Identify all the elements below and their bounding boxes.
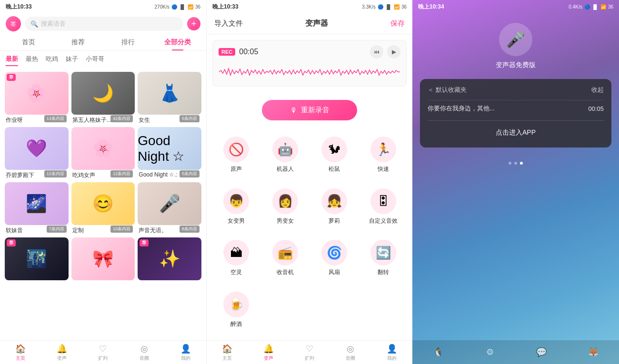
track-row[interactable]: 你要你在我身边，其他... 00:05 (428, 100, 604, 117)
subtab-hot[interactable]: 最热 (26, 55, 38, 66)
status-time-1: 晚上10:33 (6, 3, 32, 11)
effect-original[interactable]: 🚫 原声 (212, 132, 260, 182)
status-bar-1: 晚上10:33 270K/s 🔵 ▐▌ 📶 36 (0, 0, 206, 13)
subtab-sister[interactable]: 妹子 (66, 55, 78, 66)
effect-icon-robot: 🤖 (272, 137, 298, 162)
nav-music-1[interactable]: ◎ 音圈 (124, 344, 165, 362)
battery-label-1: 36 (195, 4, 200, 10)
nav-home-1[interactable]: 🏠 主页 (0, 344, 41, 362)
home-icon-2: 🏠 (222, 344, 232, 354)
nav-profile-1[interactable]: 👤 我的 (165, 344, 206, 362)
list-item[interactable]: 👗 5条内容 女生 (138, 72, 201, 124)
effect-radio[interactable]: 📻 收音机 (261, 235, 309, 285)
profile-icon-1: 👤 (180, 344, 191, 354)
nav-music-2[interactable]: ◎ 音圈 (330, 344, 371, 362)
effect-f2m[interactable]: 👦 女变男 (212, 184, 260, 234)
tab-recommend[interactable]: 推荐 (53, 34, 103, 50)
popup-title-label: 默认收藏夹 (436, 86, 467, 94)
effect-robot[interactable]: 🤖 机器人 (261, 132, 309, 182)
effect-custom[interactable]: 🎛 自定义音效 (359, 184, 407, 234)
nav-home-label-1: 主页 (16, 355, 25, 362)
status-bar-2: 晚上10:33 3.3K/s 🔵 ▐▌ 📶 36 (207, 0, 412, 13)
network-speed-3: 0.4K/s (569, 4, 582, 10)
tab-home[interactable]: 首页 (4, 34, 53, 50)
expand-icon-2: ♡ (306, 344, 313, 354)
import-button[interactable]: 导入文件 (214, 19, 243, 28)
item-count-6: 7条内容 (47, 226, 67, 233)
popup-collapse-button[interactable]: 收起 (591, 86, 604, 94)
nav-expand-label-2: 扩列 (305, 355, 314, 362)
waveform-svg (219, 65, 400, 79)
nav-expand-2[interactable]: ♡ 扩列 (289, 344, 330, 362)
rec-play-btn[interactable]: ▶ (387, 45, 400, 59)
recording-area: REC 00:05 ⏮ ▶ (212, 40, 407, 87)
enter-app-button[interactable]: 点击进入APP (428, 125, 604, 141)
search-input-wrap[interactable]: 🔍 搜索语音 (25, 17, 183, 31)
chat-icon: 💬 (536, 347, 547, 357)
status-icons-1: 270K/s 🔵 ▐▌ 📶 36 (155, 4, 200, 10)
list-item[interactable]: ✨ 荐 (138, 237, 201, 282)
list-item[interactable]: 🌸 12条内容 吃鸡女声 (71, 127, 135, 179)
effect-m2f[interactable]: 👩 男变女 (261, 184, 309, 234)
list-item[interactable]: 💜 12条内容 乔碧萝殿下 (5, 127, 69, 179)
effect-label-11: 翻转 (378, 268, 389, 276)
item-count-1: 42条内容 (110, 115, 133, 122)
effect-icon-original: 🚫 (223, 137, 249, 162)
effect-icon-reverse: 🔄 (370, 240, 396, 266)
list-item[interactable]: 🎀 (71, 237, 135, 282)
effect-loli[interactable]: 👧 萝莉 (310, 184, 358, 234)
effect-icon-f2m: 👦 (223, 188, 249, 214)
nav-wechat-3[interactable]: 💬 (516, 347, 568, 357)
subtab-latest[interactable]: 最新 (6, 55, 18, 66)
save-button[interactable]: 保存 (390, 19, 405, 28)
effect-squirrel[interactable]: 🐿 松鼠 (310, 132, 358, 182)
effect-fast[interactable]: 🏃 快速 (359, 132, 407, 182)
status-icons-2: 3.3K/s 🔵 ▐▌ 📶 36 (362, 4, 407, 10)
grid-row-2: 💜 12条内容 乔碧萝殿下 🌸 12条内容 吃鸡女声 Good Night ☆ … (5, 127, 201, 179)
list-item[interactable]: Good Night ☆ 5条内容 Good Night ☆.: (138, 127, 201, 179)
list-item[interactable]: 🌙 42条内容 第五人格妹子... (71, 72, 135, 124)
mic-icon-btn: 🎙 (290, 106, 297, 114)
list-item[interactable]: 🎤 8条内容 声音无语。 (138, 182, 201, 235)
item-count-0: 13条内容 (44, 115, 67, 122)
expand-icon-1: ♡ (99, 344, 107, 354)
rec-time: 00:05 (239, 48, 366, 56)
re-record-button[interactable]: 🎙 重新录音 (262, 100, 357, 120)
effect-fan[interactable]: 🌀 风扇 (310, 235, 358, 285)
nav-profile-2[interactable]: 👤 我的 (371, 344, 412, 362)
signal-icon: ▐▌ (179, 4, 186, 10)
nav-voicechange-1[interactable]: 🔔 变声 (41, 344, 83, 362)
nav-expand-1[interactable]: ♡ 扩列 (82, 344, 124, 362)
nav-home-2[interactable]: 🏠 主页 (207, 344, 248, 362)
user-avatar-1[interactable]: 签 (6, 16, 21, 31)
list-item[interactable]: 🌌 7条内容 软妹音 (5, 182, 69, 235)
search-bar-1: 签 🔍 搜索语音 + (0, 13, 206, 34)
popup-back-button[interactable]: ＜ 默认收藏夹 (428, 86, 467, 94)
rec-rewind-btn[interactable]: ⏮ (370, 45, 383, 59)
tab-ranking[interactable]: 排行 (103, 34, 153, 50)
rec-badge: REC (219, 48, 235, 56)
effect-label-10: 风扇 (329, 268, 340, 276)
nav-qq-3[interactable]: 🐧 (412, 347, 464, 357)
effect-icon-m2f: 👩 (272, 188, 298, 214)
effect-reverse[interactable]: 🔄 翻转 (359, 235, 407, 285)
battery-label-2: 36 (401, 4, 407, 10)
nav-fox-3[interactable]: 🦊 (568, 347, 619, 357)
effect-icon-drunk: 🍺 (223, 292, 249, 317)
effect-drunk[interactable]: 🍺 醉酒 (212, 287, 260, 337)
tab-all-category[interactable]: 全部分类 (153, 34, 202, 50)
battery-label-3: 36 (608, 4, 613, 10)
list-item[interactable]: 😊 10条内容 定制 (71, 182, 135, 235)
subtab-chicken[interactable]: 吃鸡 (46, 55, 58, 66)
effect-icon-custom: 🎛 (370, 188, 396, 214)
effect-label-1: 机器人 (277, 165, 294, 173)
effect-ethereal[interactable]: 🏔 空灵 (212, 235, 260, 285)
subtab-bro[interactable]: 小哥哥 (86, 55, 104, 66)
list-item[interactable]: 🌸 荐 13条内容 作业呀 (5, 72, 69, 124)
add-button-1[interactable]: + (187, 17, 200, 30)
nav-settings-3[interactable]: ⚙ (464, 347, 516, 357)
nav-voicechange-2[interactable]: 🔔 变声 (248, 344, 289, 362)
content-grid-1: 🌸 荐 13条内容 作业呀 🌙 42条内容 第五人格妹子... 👗 5条内容 女… (0, 70, 206, 340)
panel-1: 晚上10:33 270K/s 🔵 ▐▌ 📶 36 签 🔍 搜索语音 + 首页 推… (0, 0, 206, 364)
list-item[interactable]: 🌃 荐 (5, 237, 69, 282)
